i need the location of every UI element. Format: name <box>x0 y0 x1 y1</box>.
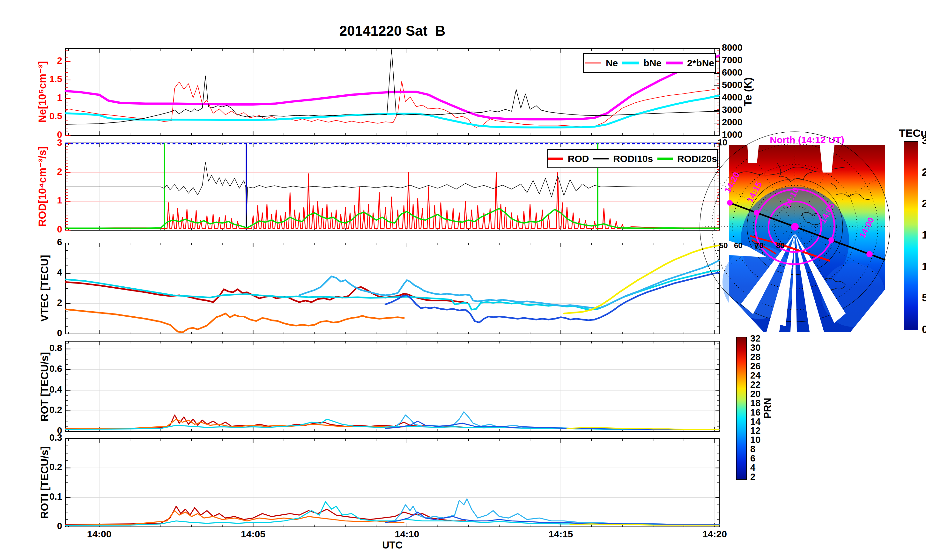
figure-canvas: 20141220 Sat_B Ne[10⁵cm⁻³] ROD[10⁴cm⁻³/s… <box>0 0 926 560</box>
roti-ytick: 0 <box>57 521 62 531</box>
x-tick-label: 14:15 <box>549 529 573 540</box>
roti-ytick: 0.2 <box>50 462 62 472</box>
rod-legend: ROD RODI10s RODI20s <box>548 149 718 168</box>
rot-ytick: 0.8 <box>50 343 62 353</box>
rodi20s-legend-swatch <box>657 157 673 160</box>
ne-legend-swatch <box>585 62 601 64</box>
tecu-ticks-label: 25 <box>922 166 926 178</box>
prn-colorbar-label: PRN <box>762 398 773 418</box>
rot-ytick: 0.4 <box>50 384 62 395</box>
rot-ytick: 0.2 <box>50 405 62 415</box>
x-tick-label: 14:00 <box>87 529 112 540</box>
te-ytick: 7000 <box>722 55 743 65</box>
vtec-ytick: 0 <box>57 328 62 338</box>
tecu-ticks-label: 30 <box>922 134 926 147</box>
rod-legend-swatch <box>548 157 563 160</box>
tecu-ticks-label: 0 <box>922 323 926 336</box>
rodi20s-legend-label: RODI20s <box>677 153 717 164</box>
x-tick-label: 14:10 <box>395 529 419 540</box>
te-ytick: 6000 <box>722 67 743 78</box>
map-title: North (14:12 UT) <box>770 135 844 145</box>
ne-legend-label: Ne <box>606 58 618 68</box>
svg-text:80: 80 <box>776 241 785 250</box>
tecu-ticks-label: 5 <box>922 292 926 304</box>
rod-legend-label: ROD <box>568 153 589 164</box>
te-ytick: 1000 <box>722 129 743 140</box>
2bne-legend-swatch <box>666 62 682 64</box>
bne-legend-swatch <box>622 62 639 64</box>
prn-colorbar <box>736 337 747 480</box>
rodi10s-legend-label: RODI10s <box>613 153 653 164</box>
svg-text:60: 60 <box>734 241 743 250</box>
rodi10s-legend-swatch <box>593 158 608 159</box>
te-ytick: 2000 <box>722 117 743 127</box>
te-ytick: 3000 <box>722 104 743 115</box>
tecu-ticks-label: 20 <box>922 197 926 209</box>
rod-ytick: 1 <box>57 195 62 206</box>
rod-ytick: 3 <box>57 138 62 148</box>
tecu-ticks-label: 15 <box>922 229 926 241</box>
bne-legend-label: bNe <box>643 58 661 68</box>
te-ytick: 8000 <box>722 42 743 53</box>
svg-text:70: 70 <box>755 241 764 250</box>
tecu-ticks-label: 10 <box>922 260 926 272</box>
2bne-legend-label: 2*bNe <box>687 58 714 68</box>
roti-ytick: 0.3 <box>50 433 62 443</box>
te-ytick: 5000 <box>722 80 743 90</box>
polar-tec-map: 14:2014:1514:1014:0514:00 50607080 <box>729 145 885 331</box>
roti-ytick: 0.1 <box>50 492 62 502</box>
x-tick-label: 14:20 <box>702 529 727 540</box>
svg-text:50: 50 <box>719 241 728 250</box>
ne_te-ytick: 1 <box>57 92 62 103</box>
te-ytick: 4000 <box>722 92 743 103</box>
tecu-colorbar <box>904 141 918 330</box>
ne_te-ytick: 0.5 <box>50 111 62 121</box>
vtec-ytick: 4 <box>57 267 62 278</box>
ne_te-ytick: 2 <box>57 56 62 66</box>
ne-legend: Ne bNe 2*bNe <box>583 53 716 73</box>
rot-ytick: 0.6 <box>50 363 62 374</box>
rod-ytick: 2 <box>57 166 62 177</box>
rod-ytick: 0 <box>57 224 62 235</box>
x-axis-title: UTC <box>382 540 402 551</box>
vtec-ytick: 6 <box>57 237 62 247</box>
ne_te-ytick: 1.5 <box>50 74 62 85</box>
prn-ticks-label: 2 <box>750 472 755 482</box>
vtec-ytick: 2 <box>57 298 62 308</box>
x-tick-label: 14:05 <box>241 529 265 540</box>
